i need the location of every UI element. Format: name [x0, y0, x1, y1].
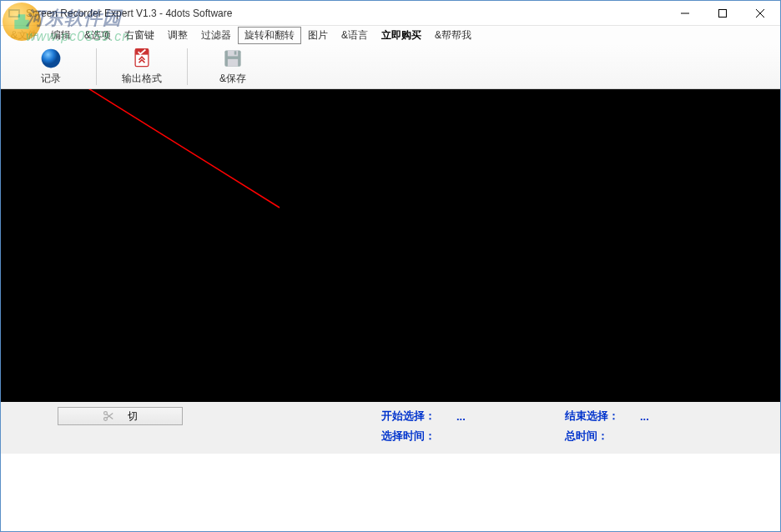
- menu-rotate[interactable]: 旋转和翻转: [238, 27, 301, 44]
- app-icon: [8, 7, 21, 20]
- svg-rect-9: [234, 51, 237, 54]
- minimize-button[interactable]: [666, 1, 703, 25]
- svg-point-3: [42, 49, 61, 68]
- menu-options[interactable]: &选项: [78, 27, 118, 44]
- menu-file[interactable]: &文件: [4, 27, 44, 44]
- bottom-panel: 切 开始选择： ... 结束选择： ... 选择时间：: [1, 402, 780, 454]
- preview-area: [1, 89, 780, 402]
- annotation-arrow-icon: [1, 89, 780, 402]
- window-title: Screen Recorder Expert V1.3 - 4dots Soft…: [26, 8, 666, 19]
- output-format-button[interactable]: 输出格式: [100, 46, 184, 88]
- end-selection-value: ...: [640, 410, 707, 423]
- output-format-icon: [130, 47, 154, 70]
- selection-time-label: 选择时间：: [381, 429, 456, 444]
- svg-rect-2: [718, 9, 726, 17]
- menu-filters[interactable]: 过滤器: [194, 27, 238, 44]
- svg-rect-1: [10, 11, 18, 16]
- toolbar: 记录 输出格式 &保存: [1, 44, 780, 89]
- menu-language[interactable]: &语言: [335, 27, 375, 44]
- toolbar-separator: [187, 48, 188, 85]
- app-window: 河东软件园 www.pc0359.cn Screen Recorder Expe…: [0, 0, 781, 532]
- toolbar-separator: [96, 48, 97, 85]
- cut-label: 切: [128, 409, 138, 424]
- maximize-button[interactable]: [703, 1, 741, 25]
- close-button[interactable]: [741, 1, 778, 25]
- menu-help[interactable]: &帮帮我: [428, 27, 478, 44]
- menu-adjust[interactable]: 调整: [161, 27, 194, 44]
- end-selection-label: 结束选择：: [565, 409, 640, 424]
- record-label: 记录: [41, 72, 61, 86]
- svg-line-10: [71, 89, 280, 208]
- menu-edit[interactable]: 编辑: [44, 27, 78, 44]
- menu-hotkeys[interactable]: 右窗键: [118, 27, 161, 44]
- scissors-icon: [103, 410, 114, 422]
- start-selection-label: 开始选择：: [381, 409, 456, 424]
- total-time-label: 总时间：: [565, 429, 640, 444]
- save-icon: [221, 47, 244, 70]
- record-button[interactable]: 记录: [9, 46, 93, 88]
- svg-rect-8: [228, 59, 238, 67]
- menu-bar: &文件 编辑 &选项 右窗键 调整 过滤器 旋转和翻转 图片 &语言 立即购买 …: [1, 26, 780, 44]
- start-selection-value: ...: [456, 410, 523, 423]
- title-bar: Screen Recorder Expert V1.3 - 4dots Soft…: [1, 1, 780, 26]
- save-label: &保存: [219, 72, 246, 86]
- save-button[interactable]: &保存: [191, 46, 275, 88]
- menu-image[interactable]: 图片: [301, 27, 335, 44]
- output-format-label: 输出格式: [122, 72, 162, 86]
- record-icon: [39, 47, 63, 70]
- menu-buy-now[interactable]: 立即购买: [375, 27, 428, 44]
- cut-button[interactable]: 切: [58, 407, 183, 425]
